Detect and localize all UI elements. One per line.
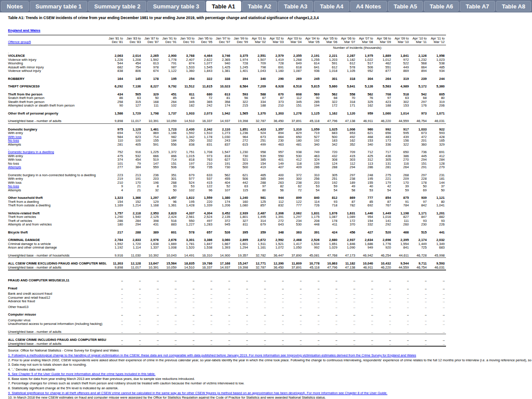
value-cell: 987 [160,66,178,70]
sheet-tab-summary-table-1[interactable]: Summary table 1 [30,1,88,12]
row-label: Computer misuse [8,313,36,316]
value-cell: 1,781 [178,242,196,246]
value-cell: 2,062 [285,212,303,216]
footnote-link[interactable]: 5. See Chapter 5 of the User Guide for m… [8,372,532,377]
value-cell: 288 [124,231,142,235]
value-cell: 650 [285,135,303,139]
value-cell: .. [142,292,160,296]
sheet-tab-table-a3[interactable]: Table A3 [278,1,313,12]
value-cell: 577 [178,177,196,181]
row-label-link[interactable]: Attempts [8,166,21,169]
value-cell: 176 [410,104,428,108]
value-cell: .. [410,300,428,304]
spacer-row [8,73,446,77]
row-label-link[interactable]: No loss [8,185,19,188]
value-cell: 1,192 [106,246,124,250]
value-cell: 111 [392,219,410,223]
sheet-tab-table-a6[interactable]: Table A6 [424,1,459,12]
value-cell: 203 [142,177,160,181]
value-cell: 213 [124,174,142,178]
value-cell: 2,592 [267,238,285,242]
sheet-tab-table-a7[interactable]: Table A7 [460,1,495,12]
value-cell: 101 [106,162,124,166]
value-cell: 154 [106,200,124,204]
footnote-link[interactable]: 9. Statistical significance for change i… [8,391,532,396]
value-cell: .. [267,313,285,317]
value-cell: 441 [428,231,446,235]
value-cell: 500 [231,166,249,170]
value-cell: 2,622 [196,58,214,62]
value-cell: 93 [428,219,446,223]
value-cell: .. [106,292,124,296]
sheet-tab-summary-table-3[interactable]: Summary table 3 [147,1,205,12]
value-cell: 2,833 [124,238,142,242]
value-cell: .. [142,338,160,342]
england-wales-link[interactable]: England and Wales [8,28,40,32]
value-cell: 475 [106,154,124,158]
sheet-tab-table-a1[interactable]: Table A1 [206,1,241,12]
value-cell: 96 [196,189,214,193]
value-cell: 171 [339,104,356,108]
value-cell: 131 [375,162,392,166]
value-cell: 723 [124,131,142,135]
value-cell: .. [392,296,410,300]
value-cell: 195 [178,200,196,204]
value-cell: 47,796 [321,119,339,123]
value-cell: 352 [339,143,356,147]
sheet-tab-notes[interactable]: Notes [1,1,29,12]
offence-group-link[interactable]: Offence group5 [8,40,31,44]
value-cell: 260 [392,223,410,227]
row-label-link[interactable]: No loss [8,139,19,142]
sheet-tab-table-a5[interactable]: Table A5 [388,1,423,12]
value-cell: 107 [214,189,231,193]
table-row: With entry219191203301577537455506385344… [8,177,446,181]
table-row: Unweighted base - number of adults......… [8,342,446,347]
value-cell: .. [285,342,303,347]
sheet-tab-table-a4[interactable]: Table A4 [314,1,349,12]
value-cell: .. [178,300,196,304]
value-cell: 411 [321,223,339,227]
value-cell: 882 [428,215,446,219]
value-cell: 149 [267,162,285,166]
value-cell: .. [249,305,267,309]
value-cell: 451 [160,93,178,97]
value-cell: 854 [375,196,392,200]
value-cell: 208 [303,219,321,223]
value-cell: .. [231,287,249,291]
value-cell: 1,622 [178,196,196,200]
row-label: Unweighted base - number of households [8,254,70,257]
value-cell: 754 [124,66,142,70]
value-cell: 168 [142,100,160,104]
value-cell: 1,060 [375,112,392,116]
value-cell: .. [392,330,410,334]
value-cell: 1,751 [178,150,196,154]
value-cell: .. [375,300,392,304]
footnote-link[interactable]: 1. Following a methodological change to … [8,353,532,358]
sheet-tab-a4-notes[interactable]: A4 Notes [350,1,387,12]
value-cell: 53 [303,185,321,189]
value-cell: .. [303,305,321,309]
value-cell: .. [196,322,214,326]
value-cell: 100 [124,139,142,143]
value-cell: .. [356,287,374,291]
value-cell: .. [267,296,285,300]
value-cell: 595 [392,131,410,135]
value-cell: 42 [375,185,392,189]
value-cell: .. [124,319,142,323]
value-cell: 183 [321,139,339,143]
value-cell: .. [303,319,321,323]
sheet-tab-summary-table-2[interactable]: Summary table 2 [88,1,146,12]
value-cell: 3,823 [160,212,178,216]
value-cell: 520 [375,231,392,235]
table-body: Number of incidents (thousands):.VIOLENC… [8,45,446,347]
value-cell: 1,592 [178,131,196,135]
value-cell: 2,526 [303,238,321,242]
sheet-tab-table-a2[interactable]: Table A2 [242,1,277,12]
row-label-link[interactable]: Domestic burglary in a dwelling [8,150,54,154]
value-cell: .. [142,279,160,283]
value-cell: .. [196,296,214,300]
value-cell: 45,081 [303,254,321,258]
value-cell: 899 [285,196,303,200]
sheet-tab-table-a8[interactable]: Table A8 [496,1,531,12]
row-label-link[interactable]: With loss [8,135,21,139]
